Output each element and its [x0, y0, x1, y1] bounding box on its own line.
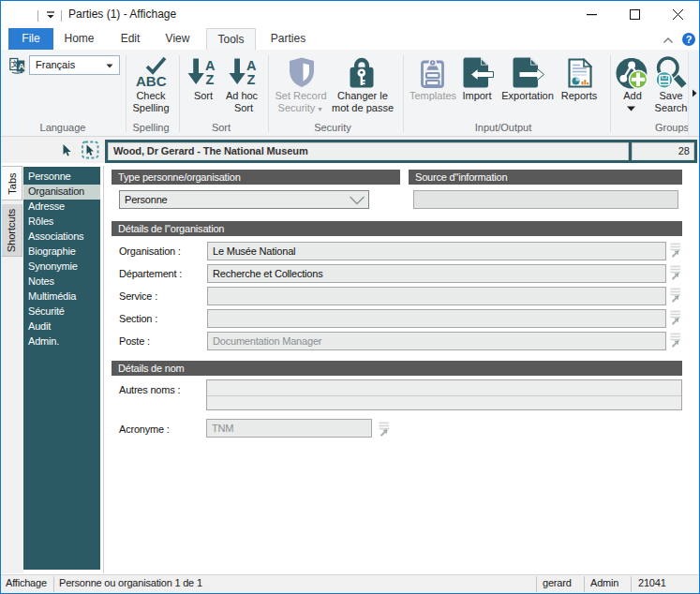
svg-text:Z: Z — [206, 72, 215, 87]
svg-text:Z: Z — [247, 72, 256, 87]
svg-text:A: A — [19, 61, 25, 71]
svg-text:A: A — [205, 58, 216, 73]
svg-text:A: A — [246, 58, 257, 73]
svg-text:ABC: ABC — [136, 73, 167, 88]
